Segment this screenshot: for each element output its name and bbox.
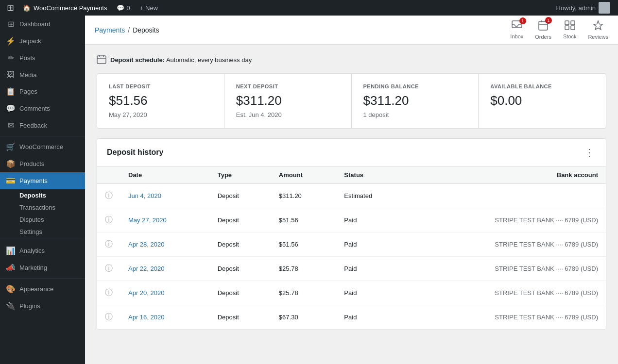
info-icon[interactable]: ⓘ xyxy=(105,215,113,224)
row-bank: STRIPE TEST BANK ···· 6789 (USD) xyxy=(409,232,606,257)
sidebar-item-comments[interactable]: 💬 Comments xyxy=(0,100,85,117)
row-status: Paid xyxy=(336,305,409,330)
orders-button[interactable]: 1 Orders xyxy=(535,20,551,40)
svg-rect-3 xyxy=(571,21,575,25)
info-icon[interactable]: ⓘ xyxy=(105,264,113,272)
row-type: Deposit xyxy=(210,281,271,305)
inbox-badge: 1 xyxy=(519,17,526,24)
reviews-button[interactable]: Reviews xyxy=(588,20,608,40)
row-icon-cell: ⓘ xyxy=(97,257,120,281)
history-menu-button[interactable]: ⋮ xyxy=(583,147,596,158)
col-icon xyxy=(97,166,120,184)
date-link[interactable]: Apr 22, 2020 xyxy=(128,265,164,272)
stat-sub-pending-balance: 1 deposit xyxy=(363,111,467,118)
sidebar-item-products[interactable]: 📦 Products xyxy=(0,155,85,172)
comments-bar-item[interactable]: 💬 0 xyxy=(113,0,134,16)
sidebar-label-pages: Pages xyxy=(19,88,37,95)
sidebar-item-payments[interactable]: 💳 Payments xyxy=(0,172,85,189)
sidebar-item-dashboard[interactable]: ⊞ Dashboard xyxy=(0,16,85,33)
stat-label-next-deposit: NEXT DEPOSIT xyxy=(236,83,340,89)
sidebar-label-woocommerce: WooCommerce xyxy=(19,143,63,150)
col-type: Type xyxy=(210,166,271,184)
reviews-icon xyxy=(593,20,603,33)
info-icon[interactable]: ⓘ xyxy=(105,191,113,199)
breadcrumb: Payments / Deposits xyxy=(95,26,159,34)
info-icon[interactable]: ⓘ xyxy=(105,288,113,297)
info-icon[interactable]: ⓘ xyxy=(105,313,113,321)
sidebar-item-analytics[interactable]: 📊 Analytics xyxy=(0,242,85,259)
stat-sub-next-deposit: Est. Jun 4, 2020 xyxy=(236,111,340,118)
sidebar-item-pages[interactable]: 📋 Pages xyxy=(0,83,85,100)
sidebar-sub-disputes[interactable]: Disputes xyxy=(0,214,85,226)
row-amount: $311.20 xyxy=(271,184,337,208)
row-amount: $67.30 xyxy=(271,305,337,330)
home-icon: 🏠 xyxy=(23,4,31,12)
row-status: Paid xyxy=(336,208,409,232)
row-date: Apr 22, 2020 xyxy=(120,257,210,281)
row-status: Paid xyxy=(336,281,409,305)
row-amount: $51.56 xyxy=(271,232,337,257)
svg-rect-7 xyxy=(97,56,106,64)
orders-label: Orders xyxy=(535,34,551,40)
deposit-schedule-key: Deposit schedule: xyxy=(110,56,165,64)
comments-count: 0 xyxy=(126,4,130,12)
pages-icon: 📋 xyxy=(6,87,16,96)
payments-icon: 💳 xyxy=(6,176,16,185)
sidebar-item-jetpack[interactable]: ⚡ Jetpack xyxy=(0,33,85,50)
sidebar-item-media[interactable]: 🖼 Media xyxy=(0,66,85,83)
date-link[interactable]: Apr 28, 2020 xyxy=(128,241,164,248)
stat-label-last-deposit: LAST DEPOSIT xyxy=(109,83,212,89)
stat-value-next-deposit: $311.20 xyxy=(236,93,340,108)
marketing-icon: 📣 xyxy=(6,263,16,272)
stock-button[interactable]: Stock xyxy=(563,20,577,39)
row-bank: STRIPE TEST BANK ···· 6789 (USD) xyxy=(409,281,606,305)
breadcrumb-parent-link[interactable]: Payments xyxy=(95,26,125,34)
history-title: Deposit history xyxy=(107,148,163,157)
sidebar-item-plugins[interactable]: 🔌 Plugins xyxy=(0,298,85,314)
date-link[interactable]: Jun 4, 2020 xyxy=(128,192,161,199)
sidebar-sub-settings[interactable]: Settings xyxy=(0,226,85,238)
date-link[interactable]: May 27, 2020 xyxy=(128,216,167,224)
sidebar-item-feedback[interactable]: ✉ Feedback xyxy=(0,117,85,134)
row-amount: $51.56 xyxy=(271,208,337,232)
stat-value-last-deposit: $51.56 xyxy=(109,93,212,108)
info-icon[interactable]: ⓘ xyxy=(105,240,113,248)
stat-card-next-deposit: NEXT DEPOSIT $311.20 Est. Jun 4, 2020 xyxy=(224,74,352,128)
sidebar-label-feedback: Feedback xyxy=(19,122,47,129)
jetpack-icon: ⚡ xyxy=(6,36,16,46)
row-icon-cell: ⓘ xyxy=(97,208,120,232)
sidebar-label-jetpack: Jetpack xyxy=(19,37,41,45)
svg-rect-4 xyxy=(565,26,569,30)
stat-label-available-balance: AVAILABLE BALANCE xyxy=(490,83,594,89)
inbox-button[interactable]: 1 Inbox xyxy=(510,20,523,39)
history-card: Deposit history ⋮ Date Type Amount Statu… xyxy=(97,138,606,330)
admin-bar-right: Howdy, admin xyxy=(552,2,614,14)
row-date: Apr 20, 2020 xyxy=(120,281,210,305)
sidebar-sub-transactions[interactable]: Transactions xyxy=(0,201,85,214)
new-bar-item[interactable]: + New xyxy=(136,0,162,16)
admin-avatar xyxy=(599,2,610,14)
new-label: + New xyxy=(140,4,158,12)
deposit-schedule-value: Automatic, every business day xyxy=(166,56,252,64)
date-link[interactable]: Apr 20, 2020 xyxy=(128,289,164,297)
sidebar-item-appearance[interactable]: 🎨 Appearance xyxy=(0,281,85,298)
orders-badge: 1 xyxy=(545,17,552,24)
date-link[interactable]: Apr 16, 2020 xyxy=(128,314,164,321)
sidebar-item-posts[interactable]: ✏ Posts xyxy=(0,50,85,66)
stat-sub-last-deposit: May 27, 2020 xyxy=(109,111,212,118)
sidebar-label-dashboard: Dashboard xyxy=(19,20,51,28)
sidebar-label-analytics: Analytics xyxy=(19,247,45,254)
row-status: Paid xyxy=(336,232,409,257)
breadcrumb-current: Deposits xyxy=(133,26,159,34)
site-name[interactable]: 🏠 WooCommerce Payments xyxy=(19,4,111,12)
feedback-icon: ✉ xyxy=(6,121,16,130)
col-bank: Bank account xyxy=(409,166,606,184)
sidebar-item-woocommerce[interactable]: 🛒 WooCommerce xyxy=(0,138,85,155)
table-row: ⓘ Apr 22, 2020 Deposit $25.78 Paid STRIP… xyxy=(97,257,606,281)
sidebar-item-marketing[interactable]: 📣 Marketing xyxy=(0,259,85,276)
orders-icon: 1 xyxy=(538,20,548,33)
sidebar-label-comments: Comments xyxy=(19,105,50,112)
sidebar-sub-deposits[interactable]: Deposits xyxy=(0,189,85,201)
sidebar-label-appearance: Appearance xyxy=(19,285,53,293)
sidebar-label-plugins: Plugins xyxy=(19,302,40,310)
